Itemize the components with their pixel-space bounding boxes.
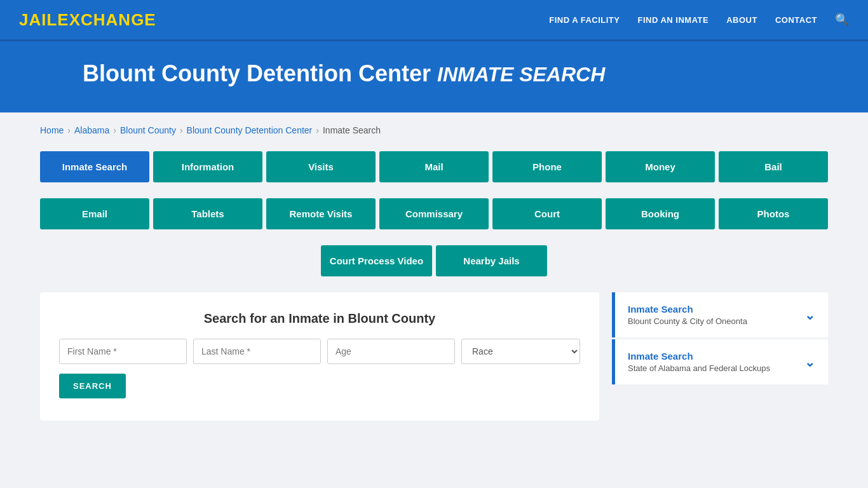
tab-bail[interactable]: Bail <box>719 151 828 182</box>
tab-booking[interactable]: Booking <box>606 198 715 229</box>
logo-exchange: EXCHANGE <box>57 10 156 29</box>
sidebar-card-1-title: Inmate Search <box>628 304 747 315</box>
tab-visits[interactable]: Visits <box>266 151 376 182</box>
sidebar-card-2[interactable]: Inmate Search State of Alabama and Feder… <box>612 339 828 384</box>
logo-jail: JAIL <box>19 10 57 29</box>
content-area: Search for an Inmate in Blount County Ra… <box>40 292 828 421</box>
chevron-down-icon-2: ⌄ <box>804 355 815 370</box>
breadcrumb: Home › Alabama › Blount County › Blount … <box>40 125 828 135</box>
sep-3: › <box>180 125 183 135</box>
sidebar-card-2-subtitle: State of Alabama and Federal Lockups <box>628 363 770 373</box>
breadcrumb-alabama[interactable]: Alabama <box>74 125 109 135</box>
nav-about[interactable]: ABOUT <box>726 15 757 25</box>
sidebar-card-1-subtitle: Blount County & City of Oneonta <box>628 316 747 326</box>
race-select[interactable]: Race White Black Hispanic Asian Other <box>461 339 580 364</box>
tab-court[interactable]: Court <box>492 198 602 229</box>
breadcrumb-blount-county[interactable]: Blount County <box>120 125 176 135</box>
sep-1: › <box>67 125 71 135</box>
tab-commissary[interactable]: Commissary <box>379 198 489 229</box>
nav-find-facility[interactable]: FIND A FACILITY <box>549 15 620 25</box>
search-form-title: Search for an Inmate in Blount County <box>59 311 580 326</box>
tab-tablets[interactable]: Tablets <box>153 198 262 229</box>
sidebar: Inmate Search Blount County & City of On… <box>612 292 828 384</box>
tab-inmate-search[interactable]: Inmate Search <box>40 151 149 182</box>
nav-find-inmate[interactable]: FIND AN INMATE <box>637 15 709 25</box>
breadcrumb-current: Inmate Search <box>323 125 381 135</box>
breadcrumb-facility[interactable]: Blount County Detention Center <box>187 125 313 135</box>
tab-information[interactable]: Information <box>153 151 262 182</box>
tab-court-process-video[interactable]: Court Process Video <box>321 245 432 276</box>
nav-links: FIND A FACILITY FIND AN INMATE ABOUT CON… <box>549 13 849 27</box>
navbar: JAILEXCHANGE FIND A FACILITY FIND AN INM… <box>0 0 868 41</box>
search-form-container: Search for an Inmate in Blount County Ra… <box>40 292 599 421</box>
search-icon[interactable]: 🔍 <box>835 13 849 27</box>
tab-phone[interactable]: Phone <box>492 151 602 182</box>
tab-mail[interactable]: Mail <box>379 151 489 182</box>
age-input[interactable] <box>327 339 455 364</box>
sidebar-card-2-title: Inmate Search <box>628 351 770 362</box>
sep-4: › <box>316 125 319 135</box>
tab-remote-visits[interactable]: Remote Visits <box>266 198 376 229</box>
chevron-down-icon-1: ⌄ <box>804 308 815 323</box>
tab-row-3: Court Process Video Nearby Jails <box>40 245 828 276</box>
tab-money[interactable]: Money <box>606 151 715 182</box>
site-logo[interactable]: JAILEXCHANGE <box>19 10 156 30</box>
nav-contact[interactable]: CONTACT <box>775 15 817 25</box>
tab-row-1: Inmate Search Information Visits Mail Ph… <box>40 151 828 182</box>
first-name-input[interactable] <box>59 339 187 364</box>
tab-row-2: Email Tablets Remote Visits Commissary C… <box>40 198 828 229</box>
hero-section: Blount County Detention Center INMATE SE… <box>0 41 868 112</box>
tab-email[interactable]: Email <box>40 198 149 229</box>
breadcrumb-home[interactable]: Home <box>40 125 64 135</box>
tab-photos[interactable]: Photos <box>719 198 828 229</box>
search-fields: Race White Black Hispanic Asian Other <box>59 339 580 364</box>
main-content: Home › Alabama › Blount County › Blount … <box>21 112 847 433</box>
sidebar-card-1[interactable]: Inmate Search Blount County & City of On… <box>612 292 828 337</box>
page-title: Blount County Detention Center INMATE SE… <box>83 60 849 87</box>
sep-2: › <box>113 125 116 135</box>
search-button[interactable]: SEARCH <box>59 374 126 398</box>
tab-nearby-jails[interactable]: Nearby Jails <box>436 245 547 276</box>
last-name-input[interactable] <box>193 339 321 364</box>
